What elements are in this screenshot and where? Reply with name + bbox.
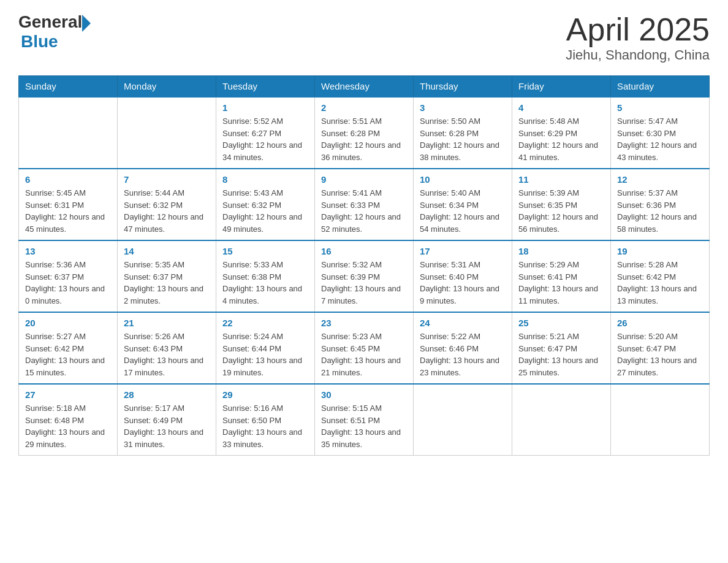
day-number: 9 [321, 174, 407, 185]
day-number: 1 [222, 102, 308, 113]
day-number: 27 [25, 389, 111, 400]
day-number: 14 [124, 246, 210, 256]
day-number: 20 [25, 318, 111, 328]
week-row-4: 20Sunrise: 5:27 AMSunset: 6:42 PMDayligh… [19, 312, 710, 384]
day-number: 7 [124, 174, 210, 185]
day-number: 4 [518, 102, 604, 113]
day-info: Sunrise: 5:50 AMSunset: 6:28 PMDaylight:… [420, 115, 506, 163]
calendar-cell: 13Sunrise: 5:36 AMSunset: 6:37 PMDayligh… [19, 240, 118, 312]
header-tuesday: Tuesday [216, 76, 315, 98]
day-number: 12 [617, 174, 703, 185]
day-number: 23 [321, 318, 407, 328]
calendar-cell: 14Sunrise: 5:35 AMSunset: 6:37 PMDayligh… [118, 240, 216, 312]
day-number: 5 [617, 102, 703, 113]
day-info: Sunrise: 5:39 AMSunset: 6:35 PMDaylight:… [518, 187, 604, 235]
calendar-title: April 2025 [566, 12, 710, 47]
calendar-cell: 9Sunrise: 5:41 AMSunset: 6:33 PMDaylight… [315, 169, 414, 240]
calendar-cell: 2Sunrise: 5:51 AMSunset: 6:28 PMDaylight… [315, 97, 414, 169]
day-info: Sunrise: 5:26 AMSunset: 6:43 PMDaylight:… [124, 331, 210, 378]
calendar-cell [118, 97, 216, 169]
day-number: 13 [25, 246, 111, 256]
calendar-cell: 28Sunrise: 5:17 AMSunset: 6:49 PMDayligh… [118, 384, 216, 456]
day-info: Sunrise: 5:22 AMSunset: 6:46 PMDaylight:… [420, 331, 506, 378]
calendar-cell: 21Sunrise: 5:26 AMSunset: 6:43 PMDayligh… [118, 312, 216, 384]
day-number: 28 [124, 389, 210, 400]
header-sunday: Sunday [19, 76, 118, 98]
calendar-cell: 8Sunrise: 5:43 AMSunset: 6:32 PMDaylight… [216, 169, 315, 240]
day-number: 10 [420, 174, 506, 185]
day-info: Sunrise: 5:48 AMSunset: 6:29 PMDaylight:… [518, 115, 604, 163]
calendar-cell [19, 97, 118, 169]
day-info: Sunrise: 5:17 AMSunset: 6:49 PMDaylight:… [124, 402, 210, 450]
header-friday: Friday [512, 76, 611, 98]
calendar-cell: 20Sunrise: 5:27 AMSunset: 6:42 PMDayligh… [19, 312, 118, 384]
page-header: General Blue April 2025 Jiehu, Shandong,… [18, 12, 710, 63]
calendar-cell: 4Sunrise: 5:48 AMSunset: 6:29 PMDaylight… [512, 97, 611, 169]
day-info: Sunrise: 5:37 AMSunset: 6:36 PMDaylight:… [617, 187, 703, 235]
day-info: Sunrise: 5:35 AMSunset: 6:37 PMDaylight:… [124, 259, 210, 307]
calendar-cell: 25Sunrise: 5:21 AMSunset: 6:47 PMDayligh… [512, 312, 611, 384]
day-info: Sunrise: 5:45 AMSunset: 6:31 PMDaylight:… [25, 187, 111, 235]
calendar-cell: 5Sunrise: 5:47 AMSunset: 6:30 PMDaylight… [611, 97, 710, 169]
week-row-1: 1Sunrise: 5:52 AMSunset: 6:27 PMDaylight… [19, 97, 710, 169]
week-row-3: 13Sunrise: 5:36 AMSunset: 6:37 PMDayligh… [19, 240, 710, 312]
day-info: Sunrise: 5:40 AMSunset: 6:34 PMDaylight:… [420, 187, 506, 235]
day-number: 24 [420, 318, 506, 328]
day-info: Sunrise: 5:32 AMSunset: 6:39 PMDaylight:… [321, 259, 407, 307]
day-info: Sunrise: 5:15 AMSunset: 6:51 PMDaylight:… [321, 402, 407, 450]
day-info: Sunrise: 5:44 AMSunset: 6:32 PMDaylight:… [124, 187, 210, 235]
day-info: Sunrise: 5:16 AMSunset: 6:50 PMDaylight:… [222, 402, 308, 450]
logo-arrow-icon [82, 15, 91, 32]
day-number: 29 [222, 389, 308, 400]
calendar-cell: 11Sunrise: 5:39 AMSunset: 6:35 PMDayligh… [512, 169, 611, 240]
day-number: 26 [617, 318, 703, 328]
day-info: Sunrise: 5:52 AMSunset: 6:27 PMDaylight:… [222, 115, 308, 163]
header-saturday: Saturday [611, 76, 710, 98]
day-info: Sunrise: 5:31 AMSunset: 6:40 PMDaylight:… [420, 259, 506, 307]
header-wednesday: Wednesday [315, 76, 414, 98]
calendar-header-row: SundayMondayTuesdayWednesdayThursdayFrid… [19, 76, 710, 98]
calendar-cell: 7Sunrise: 5:44 AMSunset: 6:32 PMDaylight… [118, 169, 216, 240]
day-number: 6 [25, 174, 111, 185]
calendar-cell: 23Sunrise: 5:23 AMSunset: 6:45 PMDayligh… [315, 312, 414, 384]
calendar-cell: 26Sunrise: 5:20 AMSunset: 6:47 PMDayligh… [611, 312, 710, 384]
logo-text-blue: Blue [21, 32, 91, 52]
header-thursday: Thursday [414, 76, 512, 98]
day-info: Sunrise: 5:28 AMSunset: 6:42 PMDaylight:… [617, 259, 703, 307]
day-info: Sunrise: 5:23 AMSunset: 6:45 PMDaylight:… [321, 331, 407, 378]
calendar-cell: 30Sunrise: 5:15 AMSunset: 6:51 PMDayligh… [315, 384, 414, 456]
calendar-cell: 27Sunrise: 5:18 AMSunset: 6:48 PMDayligh… [19, 384, 118, 456]
calendar-cell: 19Sunrise: 5:28 AMSunset: 6:42 PMDayligh… [611, 240, 710, 312]
day-number: 22 [222, 318, 308, 328]
day-number: 15 [222, 246, 308, 256]
day-number: 8 [222, 174, 308, 185]
calendar-cell: 18Sunrise: 5:29 AMSunset: 6:41 PMDayligh… [512, 240, 611, 312]
calendar-title-area: April 2025 Jiehu, Shandong, China [566, 12, 710, 63]
day-info: Sunrise: 5:29 AMSunset: 6:41 PMDaylight:… [518, 259, 604, 307]
day-info: Sunrise: 5:18 AMSunset: 6:48 PMDaylight:… [25, 402, 111, 450]
day-number: 2 [321, 102, 407, 113]
day-info: Sunrise: 5:24 AMSunset: 6:44 PMDaylight:… [222, 331, 308, 378]
calendar-cell: 22Sunrise: 5:24 AMSunset: 6:44 PMDayligh… [216, 312, 315, 384]
day-info: Sunrise: 5:27 AMSunset: 6:42 PMDaylight:… [25, 331, 111, 378]
calendar-cell [512, 384, 611, 456]
calendar-cell: 24Sunrise: 5:22 AMSunset: 6:46 PMDayligh… [414, 312, 512, 384]
day-number: 17 [420, 246, 506, 256]
calendar-cell: 16Sunrise: 5:32 AMSunset: 6:39 PMDayligh… [315, 240, 414, 312]
week-row-5: 27Sunrise: 5:18 AMSunset: 6:48 PMDayligh… [19, 384, 710, 456]
day-number: 16 [321, 246, 407, 256]
day-info: Sunrise: 5:33 AMSunset: 6:38 PMDaylight:… [222, 259, 308, 307]
day-number: 3 [420, 102, 506, 113]
week-row-2: 6Sunrise: 5:45 AMSunset: 6:31 PMDaylight… [19, 169, 710, 240]
day-info: Sunrise: 5:36 AMSunset: 6:37 PMDaylight:… [25, 259, 111, 307]
logo-text-general: General [18, 12, 82, 32]
day-number: 30 [321, 389, 407, 400]
calendar-table: SundayMondayTuesdayWednesdayThursdayFrid… [18, 75, 710, 456]
day-number: 25 [518, 318, 604, 328]
day-info: Sunrise: 5:51 AMSunset: 6:28 PMDaylight:… [321, 115, 407, 163]
calendar-cell: 3Sunrise: 5:50 AMSunset: 6:28 PMDaylight… [414, 97, 512, 169]
calendar-cell: 17Sunrise: 5:31 AMSunset: 6:40 PMDayligh… [414, 240, 512, 312]
calendar-subtitle: Jiehu, Shandong, China [566, 47, 710, 63]
day-info: Sunrise: 5:43 AMSunset: 6:32 PMDaylight:… [222, 187, 308, 235]
calendar-cell: 15Sunrise: 5:33 AMSunset: 6:38 PMDayligh… [216, 240, 315, 312]
